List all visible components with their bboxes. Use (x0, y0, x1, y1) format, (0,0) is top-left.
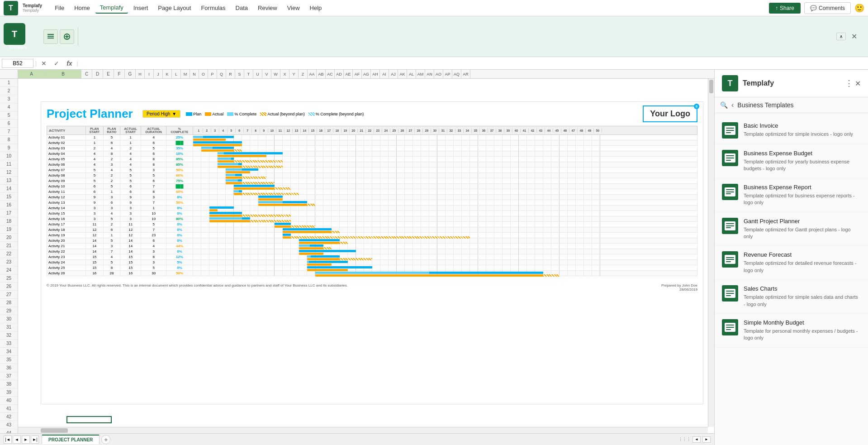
scroll-thumb-v[interactable] (709, 80, 713, 93)
template-icon-0 (722, 122, 738, 139)
template-desc-2: Template optimized for business expense … (744, 192, 861, 206)
menu-file[interactable]: File (50, 3, 69, 13)
close-panel-btn[interactable]: ✕ (851, 32, 857, 41)
row-num-4: 4 (0, 103, 18, 111)
menu-home[interactable]: Home (70, 3, 95, 13)
gantt-row-7: Activity 07545350% (47, 167, 697, 173)
right-panel-header: T Templafy ⋮ ✕ (715, 70, 868, 97)
share-button[interactable]: ↑ Share (769, 3, 801, 14)
col-header-K: K (163, 70, 172, 78)
actual-bar-25 (307, 269, 348, 271)
col-header-D: D (92, 70, 103, 78)
row-num-23: 23 (0, 258, 18, 266)
comments-button[interactable]: 💬 Comments (804, 2, 851, 14)
menu-view[interactable]: View (283, 3, 304, 13)
gantt-bar-5 (193, 157, 697, 162)
plan-bar-4 (218, 152, 283, 154)
actual-start-16: 3 (120, 216, 141, 222)
template-item-3[interactable]: Gantt Project Planner Template optimized… (715, 212, 868, 246)
template-item-4[interactable]: Revenue Forecast Template optimized for … (715, 246, 868, 280)
tab-sheet-right[interactable]: ► (702, 436, 711, 443)
template-desc-4: Template optimized for detailed revenue … (744, 260, 861, 274)
cell-reference-input[interactable]: B52 (2, 59, 33, 68)
tab-nav-prev-first[interactable]: |◄ (4, 435, 12, 444)
template-item-6[interactable]: Simple Monthly Budget Template for perso… (715, 314, 868, 348)
ribbon-icon-1[interactable] (43, 29, 58, 44)
actual-bar-beyond-17 (291, 225, 315, 228)
template-name-0: Basic Invoice (744, 122, 861, 129)
template-item-1[interactable]: Business Expense Budget Template optimiz… (715, 144, 868, 178)
panel-search-btn[interactable]: 🔍 (720, 101, 728, 109)
sheet-tab-project-planner[interactable]: PROJECT PLANNER (42, 435, 100, 444)
col-header-T: T (244, 70, 253, 78)
formula-cancel-btn[interactable]: ✕ (38, 59, 49, 68)
template-text-0: Basic Invoice Template optimized for sim… (744, 122, 861, 138)
period-num-16: 16 (317, 129, 325, 133)
plan-start-13: 9 (85, 200, 103, 206)
template-item-2[interactable]: Business Expense Report Template optimiz… (715, 178, 868, 212)
share-icon: ↑ (775, 5, 778, 11)
template-icon-line-2-5 (726, 293, 734, 294)
template-item-0[interactable]: Basic Invoice Template optimized for sim… (715, 117, 868, 144)
panel-close-btn[interactable]: ✕ (855, 79, 861, 88)
panel-more-btn[interactable]: ⋮ (845, 78, 853, 88)
formula-confirm-btn[interactable]: ✓ (51, 59, 62, 68)
col-header-AQ: AQ (452, 70, 461, 78)
legend-actual-beyond: Actual (beyond plan) (260, 112, 305, 116)
scroll-thumb-h[interactable] (41, 428, 68, 433)
scrollbar-v[interactable] (708, 79, 714, 427)
gantt-bar-8 (193, 173, 697, 178)
menu-formulas[interactable]: Formulas (196, 3, 230, 13)
plan-bar-15 (209, 212, 242, 214)
tab-nav-next[interactable]: ► (22, 435, 30, 444)
col-header-AC: AC (326, 70, 335, 78)
period-num-36: 36 (480, 129, 488, 133)
panel-back-btn[interactable]: ‹ (731, 101, 734, 109)
activity-name-14: Activity 14 (47, 206, 86, 211)
actual-bar-normal-11 (234, 193, 242, 195)
template-icon-line-3-4 (726, 261, 731, 262)
profile-icon[interactable]: 🙂 (854, 3, 864, 13)
actual-start-18: 12 (120, 227, 141, 233)
complete-bar-9 (226, 179, 238, 182)
cells-area[interactable]: Project Planner Period High ▼ (18, 79, 714, 433)
period-selector[interactable]: Period High ▼ (142, 110, 180, 118)
scrollbar-h[interactable] (18, 427, 708, 433)
menu-review[interactable]: Review (253, 3, 282, 13)
menu-insert[interactable]: Insert (129, 3, 153, 13)
col-header-Q: Q (217, 70, 226, 78)
actual-start-10: 6 (120, 184, 141, 189)
actual-duration-7: 3 (141, 167, 166, 173)
tab-sheet-left[interactable]: ◄ (693, 436, 701, 443)
collapse-ribbon-btn[interactable]: ∧ (836, 33, 846, 40)
actual-bar-beyond-3 (234, 149, 242, 152)
complete-bar-16 (209, 217, 242, 220)
plan-ratio-23: 4 (103, 254, 120, 260)
actual-duration-26: 30 (141, 271, 166, 276)
col-header-AD: AD (335, 70, 344, 78)
pct-complete-23: 12% (166, 254, 193, 260)
complete-bar-5 (218, 158, 232, 160)
pct-complete-22: 0% (166, 249, 193, 254)
add-sheet-btn[interactable]: + (101, 435, 110, 444)
activity-name-16: Activity 16 (47, 216, 86, 222)
row-num-14: 14 (0, 185, 18, 193)
template-item-5[interactable]: Sales Charts Template optimized for simp… (715, 280, 868, 314)
template-icon-5 (722, 285, 738, 301)
plan-start-18: 12 (85, 227, 103, 233)
tab-nav-next-last[interactable]: ►| (31, 435, 39, 444)
template-icon-line-3-5 (726, 295, 731, 296)
menu-templafy[interactable]: Templafy (95, 2, 128, 14)
planner-header: Project Planner Period High ▼ (41, 102, 703, 126)
menu-help[interactable]: Help (305, 3, 327, 13)
formula-input[interactable] (80, 59, 866, 67)
actual-start-1: 1 (120, 135, 141, 140)
menu-page-layout[interactable]: Page Layout (153, 3, 195, 13)
menu-data[interactable]: Data (231, 3, 252, 13)
gantt-bar-19 (193, 233, 697, 238)
ribbon-icon-2[interactable] (60, 29, 74, 44)
tab-nav-prev[interactable]: ◄ (13, 435, 21, 444)
plan-start-14: 3 (85, 206, 103, 211)
formula-fx-btn[interactable]: fx (64, 59, 75, 68)
activity-name-21: Activity 21 (47, 244, 86, 249)
